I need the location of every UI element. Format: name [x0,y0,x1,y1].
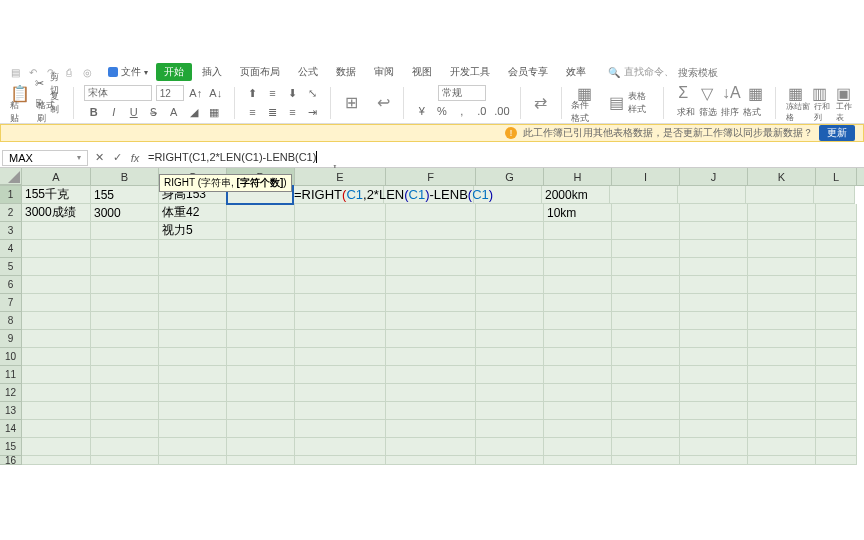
cell-K16[interactable] [748,456,816,465]
cell-B12[interactable] [91,384,159,402]
col-header-K[interactable]: K [748,168,816,185]
cell-G12[interactable] [476,384,544,402]
cell-B13[interactable] [91,402,159,420]
cell-K9[interactable] [748,330,816,348]
cell-J3[interactable] [680,222,748,240]
cell-A7[interactable] [22,294,91,312]
col-header-G[interactable]: G [476,168,544,185]
font-name-combo[interactable]: 宋体 [84,85,152,101]
cell-B9[interactable] [91,330,159,348]
file-menu[interactable]: 文件 ▾ [102,63,154,81]
cell-F6[interactable] [386,276,476,294]
cell-J15[interactable] [680,438,748,456]
cell-G5[interactable] [476,258,544,276]
cell-E13[interactable] [295,402,386,420]
tab-developer[interactable]: 开发工具 [442,63,498,81]
cell-C8[interactable] [159,312,227,330]
cell-I4[interactable] [612,240,680,258]
row-header-6[interactable]: 6 [0,276,22,294]
cell-A3[interactable] [22,222,91,240]
row-header-2[interactable]: 2 [0,204,22,222]
cell-A14[interactable] [22,420,91,438]
cell-A1[interactable]: 155千克 [22,186,91,204]
cell-L12[interactable] [816,384,857,402]
cell-A4[interactable] [22,240,91,258]
cell-H2[interactable]: 10km [544,204,612,222]
cell-H8[interactable] [544,312,612,330]
row-header-14[interactable]: 14 [0,420,22,438]
cell-G14[interactable] [476,420,544,438]
cell-I10[interactable] [612,348,680,366]
cell-D2[interactable] [227,204,295,222]
cell-L7[interactable] [816,294,857,312]
cell-L1[interactable] [814,186,855,204]
cell-I2[interactable] [612,204,680,222]
cell-E15[interactable] [295,438,386,456]
decimal-inc-icon[interactable]: .0 [474,103,490,119]
cell-I16[interactable] [612,456,680,465]
cell-I14[interactable] [612,420,680,438]
cell-C4[interactable] [159,240,227,258]
cell-D14[interactable] [227,420,295,438]
cell-F15[interactable] [386,438,476,456]
cell-C12[interactable] [159,384,227,402]
row-header-7[interactable]: 7 [0,294,22,312]
currency-icon[interactable]: ¥ [414,103,430,119]
cell-K1[interactable] [746,186,814,204]
cell-F3[interactable] [386,222,476,240]
cell-G2[interactable] [476,204,544,222]
cell-E11[interactable] [295,366,386,384]
cell-C14[interactable] [159,420,227,438]
decrease-font-icon[interactable]: A↓ [208,85,224,101]
cell-B16[interactable] [91,456,159,465]
cell-K15[interactable] [748,438,816,456]
cell-I12[interactable] [612,384,680,402]
cell-D6[interactable] [227,276,295,294]
align-middle-icon[interactable]: ≡ [264,85,280,101]
print-icon[interactable]: ⎙ [62,65,76,79]
cell-K8[interactable] [748,312,816,330]
cell-E5[interactable] [295,258,386,276]
cell-A15[interactable] [22,438,91,456]
cell-J4[interactable] [680,240,748,258]
comma-icon[interactable]: , [454,103,470,119]
cell-J1[interactable] [678,186,746,204]
cell-I5[interactable] [612,258,680,276]
cell-B5[interactable] [91,258,159,276]
cell-H13[interactable] [544,402,612,420]
row-header-4[interactable]: 4 [0,240,22,258]
name-box[interactable]: MAX▾ [2,150,88,166]
cell-H15[interactable] [544,438,612,456]
cell-L11[interactable] [816,366,857,384]
cell-H6[interactable] [544,276,612,294]
cell-A8[interactable] [22,312,91,330]
cell-F7[interactable] [386,294,476,312]
cell-H4[interactable] [544,240,612,258]
align-bottom-icon[interactable]: ⬇ [284,85,300,101]
cell-G15[interactable] [476,438,544,456]
cell-D13[interactable] [227,402,295,420]
cell-E2[interactable] [295,204,386,222]
cell-F10[interactable] [386,348,476,366]
col-header-L[interactable]: L [816,168,857,185]
cell-D5[interactable] [227,258,295,276]
cell-D4[interactable] [227,240,295,258]
cell-F14[interactable] [386,420,476,438]
cell-K11[interactable] [748,366,816,384]
cell-G4[interactable] [476,240,544,258]
col-header-E[interactable]: E [295,168,386,185]
tab-member[interactable]: 会员专享 [500,63,556,81]
cell-B10[interactable] [91,348,159,366]
tab-insert[interactable]: 插入 [194,63,230,81]
col-header-A[interactable]: A [22,168,91,185]
search-input[interactable] [678,67,738,78]
cell-L14[interactable] [816,420,857,438]
cell-F16[interactable] [386,456,476,465]
orientation-icon[interactable]: ⤡ [304,85,320,101]
cell-A13[interactable] [22,402,91,420]
cell-F11[interactable] [386,366,476,384]
cell-L8[interactable] [816,312,857,330]
cell-K10[interactable] [748,348,816,366]
cell-I3[interactable] [612,222,680,240]
cell-C3[interactable]: 视力5 [159,222,227,240]
